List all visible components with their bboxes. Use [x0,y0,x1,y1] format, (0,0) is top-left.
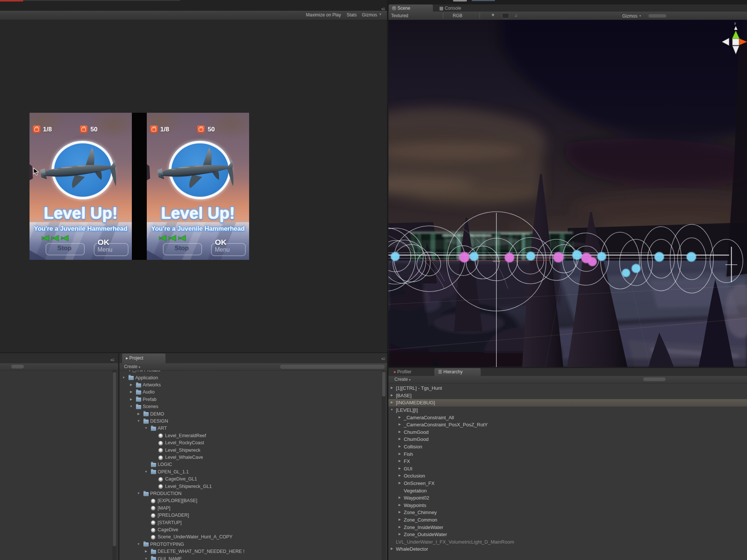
svg-text:y: y [734,21,736,25]
